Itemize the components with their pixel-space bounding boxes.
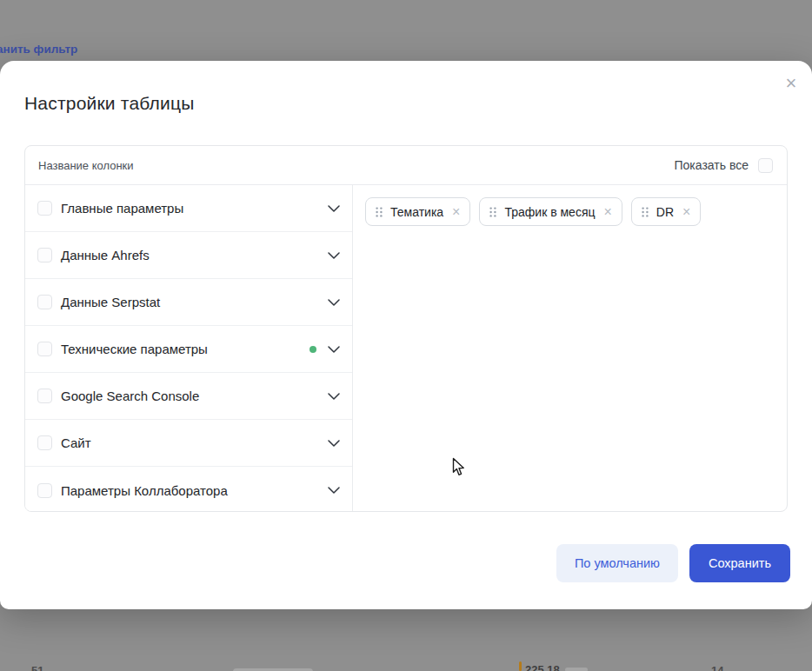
- background-table-unit: [565, 668, 588, 671]
- group-row-technical-params[interactable]: Технические параметры: [25, 326, 352, 373]
- group-checkbox[interactable]: [37, 342, 52, 356]
- group-checkbox[interactable]: [37, 201, 52, 216]
- chevron-down-icon[interactable]: [328, 205, 340, 212]
- group-checkbox[interactable]: [37, 435, 52, 450]
- save-filter-link[interactable]: анить фильтр: [0, 43, 77, 56]
- group-label: Данные Serpstat: [61, 295, 160, 309]
- group-row-site[interactable]: Сайт: [25, 420, 352, 467]
- group-label: Данные Ahrefs: [61, 248, 150, 262]
- remove-chip-icon[interactable]: ×: [603, 205, 611, 219]
- remove-chip-icon[interactable]: ×: [682, 205, 690, 219]
- chip-dr[interactable]: DR ×: [631, 197, 702, 226]
- panel-header: Название колонки Показать все: [25, 146, 787, 185]
- chevron-down-icon[interactable]: [328, 252, 340, 259]
- chip-traffic-per-month[interactable]: Трафик в месяц ×: [479, 197, 622, 226]
- column-name-header-label: Название колонки: [38, 159, 134, 172]
- drag-handle-icon[interactable]: [376, 207, 383, 217]
- group-label: Параметры Коллаборатора: [61, 483, 228, 498]
- drag-handle-icon[interactable]: [642, 207, 649, 217]
- background-table-value: 51: [31, 664, 43, 671]
- background-table-value-2: 14: [711, 664, 723, 671]
- columns-panel: Название колонки Показать все Главные па…: [24, 145, 788, 512]
- remove-chip-icon[interactable]: ×: [452, 205, 460, 219]
- panel-body: Главные параметры Данные Ahrefs Данные S…: [25, 185, 787, 512]
- background-table-metric: 225.18: [525, 663, 560, 671]
- group-row-collaborator-params[interactable]: Параметры Коллаборатора: [25, 467, 352, 512]
- group-row-ahrefs[interactable]: Данные Ahrefs: [25, 232, 352, 279]
- group-row-main-params[interactable]: Главные параметры: [25, 185, 352, 232]
- column-groups-list: Главные параметры Данные Ahrefs Данные S…: [25, 185, 353, 512]
- chevron-down-icon[interactable]: [328, 440, 340, 447]
- selected-columns-area: Тематика × Трафик в месяц ×: [353, 185, 787, 512]
- table-settings-modal: × Настройки таблицы Название колонки Пок…: [0, 61, 812, 609]
- show-all-checkbox[interactable]: [758, 158, 773, 173]
- show-all-label: Показать все: [675, 158, 749, 172]
- chip-label: DR: [656, 205, 674, 219]
- close-icon[interactable]: ×: [779, 71, 803, 96]
- save-button[interactable]: Сохранить: [689, 544, 790, 582]
- modal-footer: По умолчанию Сохранить: [556, 544, 790, 582]
- group-checkbox[interactable]: [37, 483, 52, 498]
- chevron-down-icon[interactable]: [328, 393, 340, 400]
- show-all-toggle[interactable]: Показать все: [675, 158, 773, 173]
- group-checkbox[interactable]: [37, 295, 52, 309]
- chevron-down-icon[interactable]: [328, 299, 340, 306]
- chevron-down-icon[interactable]: [328, 487, 340, 494]
- chip-tematika[interactable]: Тематика ×: [365, 197, 470, 226]
- group-row-google-search-console[interactable]: Google Search Console: [25, 373, 352, 420]
- green-status-dot: [309, 346, 316, 353]
- group-label: Технические параметры: [61, 342, 208, 356]
- modal-title: Настройки таблицы: [24, 93, 194, 114]
- group-label: Google Search Console: [61, 389, 199, 403]
- chip-label: Трафик в месяц: [504, 205, 595, 219]
- group-label: Сайт: [61, 435, 91, 450]
- chip-label: Тематика: [390, 205, 443, 219]
- group-checkbox[interactable]: [37, 389, 52, 403]
- drag-handle-icon[interactable]: [489, 207, 496, 217]
- default-button[interactable]: По умолчанию: [556, 544, 678, 582]
- warning-flag-icon: [519, 661, 522, 671]
- group-checkbox[interactable]: [37, 248, 52, 262]
- chevron-down-icon[interactable]: [328, 346, 340, 353]
- group-label: Главные параметры: [61, 201, 183, 216]
- group-row-serpstat[interactable]: Данные Serpstat: [25, 279, 352, 326]
